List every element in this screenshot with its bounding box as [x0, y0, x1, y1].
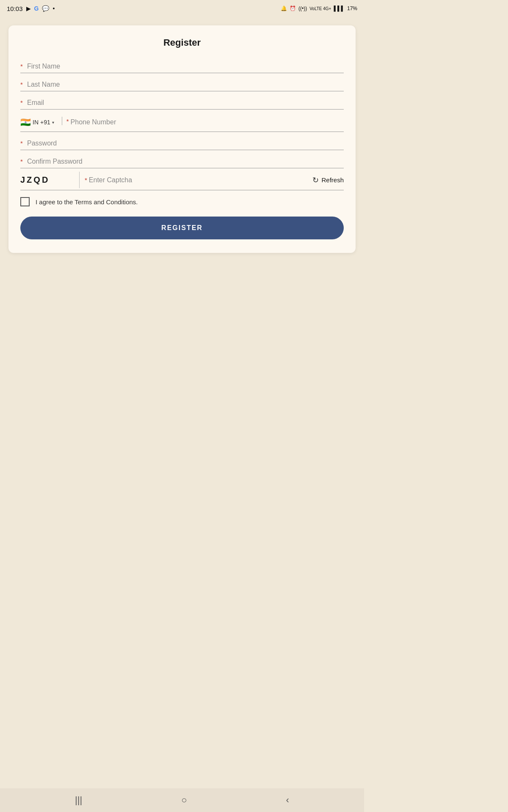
- google-icon: G: [34, 5, 39, 12]
- wifi-icon: ((•)): [298, 5, 307, 11]
- phone-input[interactable]: [71, 114, 344, 128]
- confirm-password-input[interactable]: [20, 154, 344, 168]
- dot-indicator: •: [52, 5, 55, 12]
- dial-code-label: +91: [40, 119, 50, 126]
- phone-required-star: *: [66, 118, 69, 125]
- email-input[interactable]: [20, 95, 344, 110]
- time-display: 10:03: [7, 5, 23, 12]
- confirm-password-field: *: [20, 154, 344, 172]
- form-title: Register: [20, 37, 344, 48]
- back-nav-icon[interactable]: ‹: [286, 795, 289, 806]
- captcha-required-star: *: [85, 176, 87, 184]
- register-card: Register * * * 🇮🇳 IN +91 ▾ * * * J: [8, 25, 356, 253]
- terms-label[interactable]: I agree to the Terms and Conditions.: [36, 198, 138, 206]
- bottom-nav-bar: ||| ○ ‹: [0, 788, 364, 812]
- alarm-icon: 🔔: [281, 5, 287, 11]
- phone-field: 🇮🇳 IN +91 ▾ *: [20, 113, 344, 132]
- youtube-icon: ▶: [26, 5, 31, 12]
- signal-text: VoLTE 4G+: [309, 6, 331, 11]
- country-flag: 🇮🇳: [20, 117, 31, 127]
- chevron-down-icon: ▾: [52, 120, 54, 125]
- battery-text: 17%: [347, 5, 357, 11]
- terms-checkbox[interactable]: [20, 197, 30, 206]
- status-bar-right: 🔔 ⏰ ((•)) VoLTE 4G+ ▌▌▌ 17%: [281, 5, 357, 11]
- refresh-label: Refresh: [321, 176, 344, 184]
- captcha-input[interactable]: [89, 173, 313, 187]
- password-field: *: [20, 135, 344, 154]
- country-selector[interactable]: 🇮🇳 IN +91 ▾: [20, 113, 58, 129]
- captcha-input-wrapper: *: [85, 173, 312, 187]
- first-name-field: *: [20, 58, 344, 77]
- register-button[interactable]: REGISTER: [20, 217, 344, 239]
- whatsapp-icon: 💬: [42, 5, 49, 12]
- home-nav-icon[interactable]: ○: [181, 795, 187, 806]
- status-bar: 10:03 ▶ G 💬 • 🔔 ⏰ ((•)) VoLTE 4G+ ▌▌▌ 17…: [0, 0, 364, 17]
- captcha-row: JZQD * ↻ Refresh: [20, 172, 344, 190]
- terms-checkbox-row: I agree to the Terms and Conditions.: [20, 197, 344, 206]
- refresh-captcha-button[interactable]: ↻ Refresh: [312, 174, 344, 187]
- phone-divider: [62, 117, 62, 125]
- menu-nav-icon[interactable]: |||: [75, 795, 82, 806]
- status-bar-left: 10:03 ▶ G 💬 •: [7, 5, 55, 12]
- refresh-icon: ↻: [312, 176, 319, 185]
- alarm2-icon: ⏰: [290, 5, 296, 11]
- first-name-input[interactable]: [20, 58, 344, 73]
- last-name-input[interactable]: [20, 77, 344, 91]
- signal-bars: ▌▌▌: [334, 5, 345, 11]
- captcha-code-display: JZQD: [20, 172, 80, 188]
- country-code-label: IN: [33, 119, 39, 126]
- password-input[interactable]: [20, 135, 344, 150]
- last-name-field: *: [20, 77, 344, 95]
- email-field: *: [20, 95, 344, 113]
